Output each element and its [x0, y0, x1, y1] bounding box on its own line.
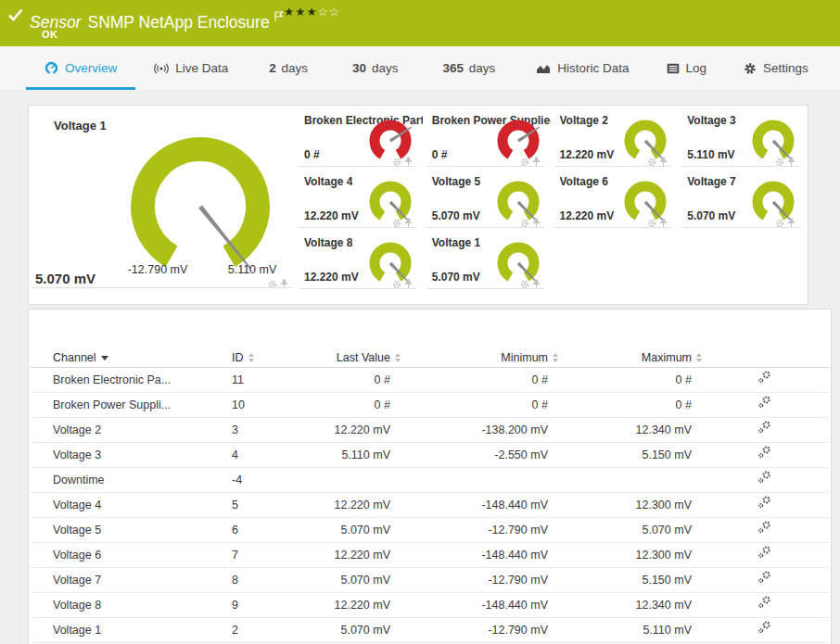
- table-row[interactable]: Voltage 125.070 mV-12.790 mV5.110 mV: [31, 618, 829, 643]
- cell-channel[interactable]: Broken Electronic Pa...: [31, 368, 232, 392]
- star-filled-icon[interactable]: ★★★: [284, 6, 318, 19]
- pin-icon[interactable]: [532, 276, 541, 293]
- tab-overview[interactable]: Overview: [26, 46, 135, 90]
- cell-maximum: 12.300 mV: [548, 543, 692, 567]
- gauge-cell-voltage-7[interactable]: Voltage 75.070 mV: [680, 167, 808, 228]
- tab-settings[interactable]: Settings: [725, 46, 827, 90]
- table-row[interactable]: Voltage 785.070 mV-12.790 mV5.150 mV: [31, 568, 829, 593]
- gauge-value: 12.220 mV: [560, 148, 615, 161]
- channel-settings-icon[interactable]: [757, 368, 772, 392]
- tab-label: Settings: [763, 61, 808, 75]
- pin-icon[interactable]: [787, 215, 795, 232]
- star-empty-icon[interactable]: ☆☆: [318, 6, 340, 19]
- channel-settings-icon[interactable]: [757, 493, 772, 517]
- gear-icon[interactable]: [392, 276, 401, 293]
- cell-last-value: 5.070 mV: [312, 568, 390, 592]
- gauge-cell-voltage-1[interactable]: Voltage 15.070 mV: [425, 228, 553, 289]
- sort-icon[interactable]: [696, 353, 702, 362]
- cell-last-value: 5.070 mV: [312, 618, 390, 642]
- cell-last-value: 12.220 mV: [312, 418, 390, 442]
- divider: [299, 288, 416, 289]
- channel-settings-icon[interactable]: [757, 468, 772, 492]
- cell-minimum: -12.790 mV: [390, 618, 548, 642]
- column-header-last-value[interactable]: Last Value: [312, 351, 390, 364]
- flag-icon[interactable]: [274, 6, 284, 26]
- gauge-actions: [520, 276, 541, 293]
- gear-icon[interactable]: [775, 215, 784, 232]
- gauge-value: 0 #: [432, 148, 448, 161]
- cell-id: 7: [232, 543, 312, 567]
- cell-channel[interactable]: Voltage 2: [31, 418, 232, 442]
- pin-icon[interactable]: [280, 276, 288, 293]
- gear-icon[interactable]: [647, 215, 656, 232]
- gear-icon[interactable]: [520, 276, 529, 293]
- page-title: SensorSNMP NetApp Enclosure: [30, 6, 284, 32]
- sensor-name: SNMP NetApp Enclosure: [87, 13, 269, 32]
- pin-icon[interactable]: [659, 215, 668, 232]
- channel-settings-icon[interactable]: [757, 568, 772, 592]
- cell-channel[interactable]: Voltage 4: [31, 493, 232, 517]
- table-row[interactable]: Downtime-4: [31, 468, 829, 493]
- gauge-cell-broken-power-supplies[interactable]: Broken Power Supplies0 #: [425, 106, 553, 167]
- cell-channel[interactable]: Broken Power Suppli...: [31, 393, 232, 417]
- gauge-cell-voltage-6[interactable]: Voltage 612.220 mV: [553, 167, 681, 228]
- gauge-title: Voltage 3: [687, 114, 735, 127]
- table-row[interactable]: Broken Electronic Pa...110 #0 #0 #: [31, 368, 829, 393]
- table-row[interactable]: Voltage 2312.220 mV-138.200 mV12.340 mV: [31, 418, 829, 443]
- sort-desc-icon[interactable]: [101, 356, 108, 360]
- tab-365-days[interactable]: 365 days: [420, 46, 517, 90]
- log-icon: [667, 63, 680, 74]
- cell-last-value: 0 #: [312, 393, 390, 417]
- table-row[interactable]: Voltage 565.070 mV-12.790 mV5.070 mV: [31, 518, 829, 543]
- tab-live-data[interactable]: Live Data: [135, 46, 247, 90]
- channel-settings-icon[interactable]: [757, 518, 772, 542]
- primary-gauge-title: Voltage 1: [54, 119, 107, 133]
- gauge-cell-voltage-8[interactable]: Voltage 812.220 mV: [297, 228, 425, 289]
- column-header-id[interactable]: ID: [232, 351, 312, 364]
- column-header-maximum[interactable]: Maximum: [548, 351, 692, 364]
- table-row[interactable]: Voltage 6712.220 mV-148.440 mV12.300 mV: [31, 543, 829, 568]
- gauge-title: Voltage 2: [560, 114, 608, 127]
- cell-channel[interactable]: Voltage 6: [31, 543, 232, 567]
- channel-settings-icon[interactable]: [757, 543, 772, 567]
- column-header-minimum[interactable]: Minimum: [390, 351, 548, 364]
- gauges-overview-panel: Voltage 1 -12.790 mV 5.110 mV 5.070 mV B…: [28, 105, 808, 305]
- tab-log[interactable]: Log: [648, 46, 726, 90]
- gauge-cell-voltage-5[interactable]: Voltage 55.070 mV: [425, 167, 553, 228]
- gauge-title: Voltage 8: [304, 236, 352, 249]
- channel-settings-icon[interactable]: [757, 593, 772, 617]
- tab-label: Historic Data: [557, 61, 629, 75]
- table-row[interactable]: Broken Power Suppli...100 #0 #0 #: [31, 393, 829, 418]
- primary-gauge[interactable]: [124, 127, 282, 279]
- small-gauges-grid: Broken Electronic Parts0 #Broken Power S…: [297, 106, 808, 304]
- channel-settings-icon[interactable]: [757, 443, 772, 467]
- column-label: Last Value: [337, 351, 390, 364]
- tab-30-days[interactable]: 30 days: [330, 46, 420, 90]
- table-row[interactable]: Voltage 345.110 mV-2.550 mV5.150 mV: [31, 443, 829, 468]
- cell-id: 9: [232, 593, 312, 617]
- gear-icon[interactable]: [268, 276, 277, 293]
- channel-settings-icon[interactable]: [757, 393, 772, 417]
- cell-channel[interactable]: Voltage 1: [31, 618, 232, 642]
- tab-historic-data[interactable]: Historic Data: [517, 46, 647, 90]
- cell-channel[interactable]: Downtime: [31, 468, 232, 492]
- channel-settings-icon[interactable]: [757, 618, 772, 642]
- gauge-cell-broken-electronic-parts[interactable]: Broken Electronic Parts0 #: [297, 106, 425, 167]
- pin-icon[interactable]: [404, 276, 413, 293]
- gauge-cell-voltage-4[interactable]: Voltage 412.220 mV: [297, 167, 425, 228]
- channel-settings-icon[interactable]: [757, 418, 772, 442]
- table-row[interactable]: Voltage 8912.220 mV-148.440 mV12.340 mV: [31, 593, 829, 618]
- cell-channel[interactable]: Voltage 7: [31, 568, 232, 592]
- cell-channel[interactable]: Voltage 8: [31, 593, 232, 617]
- gauge-cell-voltage-3[interactable]: Voltage 35.110 mV: [680, 106, 808, 167]
- gauge-cell-voltage-2[interactable]: Voltage 212.220 mV: [553, 106, 681, 167]
- cell-channel[interactable]: Voltage 3: [31, 443, 232, 467]
- cell-minimum: -148.440 mV: [390, 543, 548, 567]
- cell-channel[interactable]: Voltage 5: [31, 518, 232, 542]
- tab-2-days[interactable]: 2 days: [247, 46, 330, 90]
- table-row[interactable]: Voltage 4512.220 mV-148.440 mV12.300 mV: [31, 493, 829, 518]
- priority-stars[interactable]: ★★★☆☆: [284, 5, 340, 19]
- gauge-title: Voltage 4: [304, 175, 352, 188]
- column-header-channel[interactable]: Channel: [31, 351, 232, 364]
- sort-icon[interactable]: [248, 353, 254, 362]
